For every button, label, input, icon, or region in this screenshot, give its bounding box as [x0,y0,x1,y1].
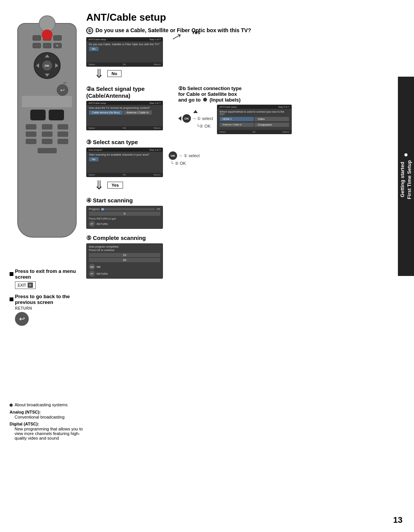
press-return-text: Press RETURN to quit [89,217,160,220]
ok-mini-btn-3: OK [169,151,177,160]
remote-lower-btn-9 [58,139,68,144]
remote-dpad: OK [34,52,61,79]
step2b-ok-controls: OK →① select └② OK [178,110,213,129]
square-bullet-return [10,297,13,301]
progress-bar-fill [101,208,104,210]
step2b-screen-footer: Select OK Return [217,130,291,134]
step2b-opt4: Component [255,123,289,127]
step3-option: No [89,157,99,161]
complete-line2: Press OK to continue. [89,249,160,251]
arrow-down-3: ⇓ [94,179,104,191]
no-label-box: No [107,70,122,77]
step2a-screen-body: How does the TV receive its programming … [87,105,163,126]
remote-body: OK ↩ ↩ [17,23,77,238]
step1-question: ① Do you use a Cable, Satellite or Fiber… [86,27,389,34]
step2b-select-instruction: →① select [192,116,213,121]
step2a-option2: Antenna / Cable In [123,110,152,115]
ok-label-complete: OK [97,266,101,268]
remote-return-button: ↩ [57,84,68,96]
step5-section: ⑤ Complete scanning Auto program complet… [86,235,389,279]
return-icon-screen: ↩ [89,221,95,227]
step2b-screen-body: Which input/method is used to connect yo… [217,109,291,130]
step4-screen-body: Progress 1% 0 Press RETURN to quit ↩ RET… [87,206,163,228]
exit-annotation-title: Press to exit from a menu screen [10,268,84,280]
square-bullet-exit [10,272,13,276]
dpad-up-arrow [45,54,49,57]
complete-count1: 10 [89,253,160,257]
step1-no-option: No [89,47,99,51]
return-icon-large: ↩ [15,312,29,326]
return-screen-label: RETURN [97,223,108,225]
remote-lower-btn-4 [26,131,36,137]
step3-ok-instruction: └ ② OK [171,161,186,166]
step5-title: ⑤ Complete scanning [86,235,389,241]
step1-screen-body: Do you use Cable, Satellite or Fiber Opt… [87,41,163,62]
ok-icon-complete: OK [89,264,95,270]
step3-yes-path: ⇓ Yes [94,179,389,191]
remote-red-button [42,30,53,40]
right-tab: Getting started First Time Setup [398,77,414,276]
step2b-ok-instruction: └② OK [197,124,211,129]
step2a-screen-footer: Select OK Return [87,126,163,130]
step1-screen-footer: Select OK Return [87,62,163,66]
step3-screen-body: Start scanning for available channels in… [87,152,163,173]
step3-ok-controls: OK → ① select └ ② OK [169,151,200,166]
dot-icon [10,404,13,407]
remote-lower-btn-5 [42,131,53,137]
step2b-title: ②b Select connection type for Cable or S… [178,85,389,103]
yes-label: Yes [192,30,200,35]
step4-screen: Progress 1% 0 Press RETURN to quit ↩ RET… [86,206,163,229]
return-btn-label: RETURN [15,306,84,310]
dpad-down-arrow [45,74,49,77]
step3-screen: Auto program Step 4 of 7 Start scanning … [86,148,163,177]
remote-control: OK ↩ ↩ [12,23,82,238]
step3-screen-footer: Select OK Return [87,173,163,177]
remote-black-btn-1 [30,110,46,120]
remote-btn-3 [53,35,62,41]
step2a-title: ②a Select signal type (Cable/Antenna) [86,85,171,99]
step2b-opt1: HDMI 1 [220,117,254,121]
step1-screen: ANT/Cable setup Step 1 of 7 Do you use C… [86,37,163,67]
channel-count: 0 [89,212,160,216]
step1-screen-header: ANT/Cable setup Step 1 of 7 [87,38,163,41]
page-title: ANT/Cable setup [86,11,389,23]
remote-btn-5 [43,43,51,48]
remote-ok-button: OK [42,61,52,71]
complete-count2: 20 [89,258,160,262]
remote-btn-exit [53,43,62,48]
exit-box: EXIT ✕ [15,281,36,289]
remote-lower-btn-6 [58,131,68,137]
remote-gray-section [22,96,72,107]
step4-section: ④ Start scanning Progress 1% 0 Press RET… [86,197,389,229]
tab-dot [404,153,407,156]
remote-black-btn-2 [49,110,64,120]
step2b-opt2: Video [255,117,289,121]
remote-bottom-btn [38,148,57,153]
left-arrow-icon [178,116,181,121]
remote-lower-btn-2 [42,124,53,130]
step3-section: ③ Select scan type Auto program Step 4 o… [86,139,389,191]
complete-line1: Auto program completed. [89,245,160,248]
step3-select-instruction: → ① select [178,153,200,158]
step3-title: ③ Select scan type [86,139,389,146]
remote-lower-btn-1 [26,124,36,130]
progress-row: Progress 1% [89,208,160,210]
step5-screen: Auto program completed. Press OK to cont… [86,243,163,279]
step5-screen-body: Auto program completed. Press OK to cont… [87,244,163,278]
spacer [192,124,196,129]
step2b-screen-header: ANT/Cable setup Step 4 of 7 [217,105,291,109]
remote-lower-btn-3 [58,124,68,130]
return-annotation: Press to go back to the previous screen … [10,294,84,326]
main-content: ANT/Cable setup ① Do you use a Cable, Sa… [86,11,389,284]
step3-screen-header: Auto program Step 4 of 7 [87,148,163,152]
remote-btn-4 [33,43,41,48]
remote-btn-1 [33,35,41,41]
return-icon-complete: ↩ [89,271,95,277]
return-annotation-title: Press to go back to the previous screen [10,294,84,305]
tab-text: Getting started First Time Setup [399,160,413,199]
remote-lower-btn-7 [26,139,36,144]
step2a-screen-header: ANT/Cable setup Step 4 of 7 [87,101,163,105]
progress-bar [101,208,155,210]
exit-x-icon: ✕ [28,282,33,288]
yes-label-box: Yes [107,182,123,189]
